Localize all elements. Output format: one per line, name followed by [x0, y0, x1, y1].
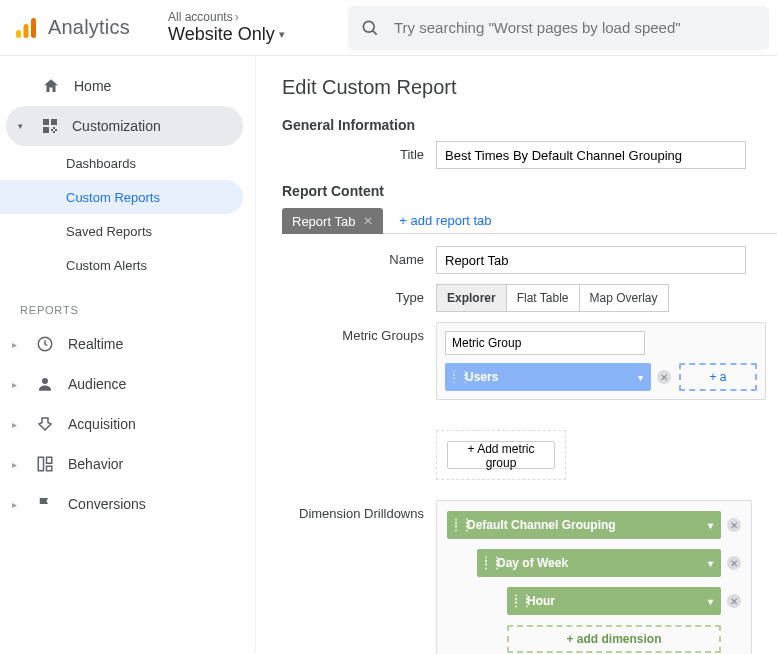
- add-report-tab[interactable]: + add report tab: [399, 213, 491, 228]
- sidebar-item-realtime[interactable]: ▸ Realtime: [0, 324, 255, 364]
- remove-dimension-icon[interactable]: ✕: [727, 594, 741, 608]
- svg-line-4: [373, 30, 377, 34]
- dimension-chip-label: Day of Week: [497, 556, 708, 570]
- searchbar[interactable]: [348, 6, 769, 50]
- dimension-chip-2[interactable]: ⋮⋮⋮⋮ Hour ▾: [507, 587, 721, 615]
- svg-rect-14: [38, 457, 43, 471]
- svg-rect-9: [55, 129, 57, 131]
- sidebar-item-label: Realtime: [68, 336, 123, 352]
- metric-chip-label: Users: [465, 370, 638, 384]
- add-dimension-button[interactable]: + add dimension: [507, 625, 721, 653]
- acquisition-icon: [34, 415, 56, 433]
- customization-icon: [42, 118, 58, 134]
- dimension-chip-0[interactable]: ⋮⋮⋮⋮ Default Channel Grouping ▾: [447, 511, 721, 539]
- svg-rect-7: [43, 127, 49, 133]
- dimension-chip-label: Default Channel Grouping: [467, 518, 708, 532]
- drag-handle-icon[interactable]: ⋮⋮⋮⋮: [449, 373, 459, 381]
- caret-down-icon: ▾: [708, 558, 713, 569]
- svg-rect-1: [24, 24, 29, 38]
- chevron-right-icon: ▸: [12, 379, 22, 390]
- account-switcher-top: All accounts: [168, 10, 233, 24]
- dimension-chip-1[interactable]: ⋮⋮⋮⋮ Day of Week ▾: [477, 549, 721, 577]
- metric-group-box: ⋮⋮⋮⋮ Users ▾ ✕ + a: [436, 322, 766, 400]
- type-option-flat-table[interactable]: Flat Table: [507, 284, 580, 312]
- dimension-drilldowns-label: Dimension Drilldowns: [282, 500, 436, 521]
- add-metric-slot[interactable]: + a: [679, 363, 757, 391]
- caret-down-icon: ▾: [279, 28, 285, 41]
- search-input[interactable]: [394, 19, 757, 36]
- ga-logo-icon: [14, 16, 38, 40]
- close-icon[interactable]: ✕: [363, 214, 373, 228]
- svg-rect-11: [53, 131, 55, 133]
- sidebar-item-label: Home: [74, 78, 111, 94]
- sidebar-item-label: Behavior: [68, 456, 123, 472]
- caret-down-icon: ▾: [18, 121, 28, 131]
- drag-handle-icon[interactable]: ⋮⋮⋮⋮: [451, 521, 461, 529]
- sidebar-item-behavior[interactable]: ▸ Behavior: [0, 444, 255, 484]
- report-content-heading: Report Content: [282, 183, 777, 199]
- reports-section-label: REPORTS: [0, 282, 255, 324]
- svg-rect-0: [16, 30, 21, 38]
- search-icon: [360, 18, 380, 38]
- chevron-right-icon: ›: [235, 10, 239, 24]
- svg-rect-16: [47, 466, 52, 471]
- svg-rect-10: [53, 127, 55, 129]
- remove-metric-icon[interactable]: ✕: [657, 370, 671, 384]
- sidebar: Home ▾ Customization Dashboards Custom R…: [0, 56, 256, 654]
- metric-groups-label: Metric Groups: [282, 322, 436, 343]
- sidebar-item-label: Customization: [72, 118, 161, 134]
- dimension-chip-label: Hour: [527, 594, 708, 608]
- svg-rect-8: [51, 129, 53, 131]
- general-info-heading: General Information: [282, 117, 777, 133]
- report-tab-label: Report Tab: [292, 214, 355, 229]
- type-option-explorer[interactable]: Explorer: [436, 284, 507, 312]
- report-tab-chip[interactable]: Report Tab ✕: [282, 208, 383, 234]
- sidebar-item-label: Conversions: [68, 496, 146, 512]
- dimension-drilldown-box: ⋮⋮⋮⋮ Default Channel Grouping ▾ ✕ ⋮⋮⋮⋮ D…: [436, 500, 752, 654]
- svg-rect-2: [31, 18, 36, 38]
- caret-down-icon: ▾: [708, 596, 713, 607]
- sidebar-sub-custom-reports[interactable]: Custom Reports: [0, 180, 243, 214]
- sidebar-item-acquisition[interactable]: ▸ Acquisition: [0, 404, 255, 444]
- drag-handle-icon[interactable]: ⋮⋮⋮⋮: [511, 597, 521, 605]
- person-icon: [34, 375, 56, 393]
- sidebar-item-label: Acquisition: [68, 416, 136, 432]
- sidebar-item-audience[interactable]: ▸ Audience: [0, 364, 255, 404]
- title-label: Title: [282, 141, 436, 162]
- name-label: Name: [282, 246, 436, 267]
- metric-chip-users[interactable]: ⋮⋮⋮⋮ Users ▾: [445, 363, 651, 391]
- main-content: Edit Custom Report General Information T…: [256, 56, 777, 654]
- type-button-group: Explorer Flat Table Map Overlay: [436, 284, 777, 312]
- add-metric-group-wrap: + Add metric group: [436, 430, 566, 480]
- add-metric-group-button[interactable]: + Add metric group: [447, 441, 555, 469]
- clock-icon: [34, 335, 56, 353]
- svg-point-3: [363, 21, 374, 32]
- remove-dimension-icon[interactable]: ✕: [727, 556, 741, 570]
- flag-icon: [34, 495, 56, 513]
- remove-dimension-icon[interactable]: ✕: [727, 518, 741, 532]
- sidebar-sub-custom-alerts[interactable]: Custom Alerts: [0, 248, 243, 282]
- title-input[interactable]: [436, 141, 746, 169]
- sidebar-item-conversions[interactable]: ▸ Conversions: [0, 484, 255, 524]
- home-icon: [42, 77, 60, 95]
- report-name-input[interactable]: [436, 246, 746, 274]
- sidebar-sub-saved-reports[interactable]: Saved Reports: [0, 214, 243, 248]
- svg-rect-5: [43, 119, 49, 125]
- sidebar-item-home[interactable]: Home: [0, 66, 243, 106]
- sidebar-item-customization[interactable]: ▾ Customization: [6, 106, 243, 146]
- caret-down-icon: ▾: [638, 372, 643, 383]
- metric-group-name-input[interactable]: [445, 331, 645, 355]
- svg-point-13: [42, 378, 48, 384]
- chevron-right-icon: ▸: [12, 419, 22, 430]
- svg-rect-6: [51, 119, 57, 125]
- svg-rect-15: [47, 457, 52, 463]
- account-switcher-main: Website Only: [168, 24, 275, 45]
- chevron-right-icon: ▸: [12, 339, 22, 350]
- account-switcher[interactable]: All accounts › Website Only ▾: [168, 6, 338, 49]
- type-option-map-overlay[interactable]: Map Overlay: [580, 284, 669, 312]
- drag-handle-icon[interactable]: ⋮⋮⋮⋮: [481, 559, 491, 567]
- product-name: Analytics: [48, 16, 130, 39]
- chevron-right-icon: ▸: [12, 459, 22, 470]
- page-title: Edit Custom Report: [282, 76, 777, 99]
- sidebar-sub-dashboards[interactable]: Dashboards: [0, 146, 243, 180]
